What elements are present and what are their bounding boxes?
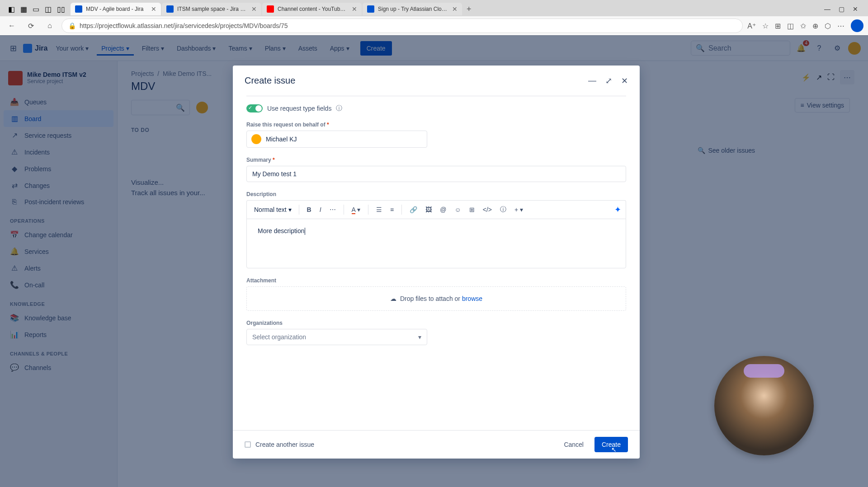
image-button[interactable]: 🖼 bbox=[422, 204, 435, 215]
breadcrumb-project[interactable]: Mike Demo ITS... bbox=[163, 70, 212, 77]
expand-modal-icon[interactable]: ⤢ bbox=[605, 76, 612, 86]
favorites-bar-icon[interactable]: ✩ bbox=[800, 22, 806, 30]
sidebar-item-on-call[interactable]: 📞On-call bbox=[4, 276, 113, 293]
automation-icon[interactable]: ⚡ bbox=[802, 73, 811, 82]
italic-button[interactable]: I bbox=[316, 204, 325, 215]
attachment-dropzone[interactable]: ☁ Drop files to attach or browse bbox=[246, 286, 626, 311]
profile-icon[interactable] bbox=[851, 19, 863, 32]
nav-apps[interactable]: Apps▾ bbox=[326, 41, 354, 56]
sidebar-item-reports[interactable]: 📊Reports bbox=[4, 326, 113, 343]
close-icon[interactable]: ✕ bbox=[251, 5, 257, 13]
breadcrumb-projects[interactable]: Projects bbox=[131, 70, 154, 77]
browser-tab-active[interactable]: MDV - Agile board - Jira ✕ bbox=[71, 3, 161, 15]
jira-logo[interactable]: Jira bbox=[23, 44, 47, 53]
vertical-tabs-icon[interactable]: ◫ bbox=[45, 5, 52, 14]
new-tab-button[interactable]: + bbox=[463, 3, 475, 16]
refresh-button[interactable]: ⟳ bbox=[24, 19, 38, 33]
sidebar-item-changes[interactable]: ⇄Changes bbox=[4, 177, 113, 194]
more-actions-button[interactable]: ⋯ bbox=[840, 70, 854, 84]
emoji-button[interactable]: ☺ bbox=[451, 204, 464, 215]
sidebar-item-board[interactable]: ▥Board bbox=[4, 110, 113, 127]
extension-icon[interactable]: ⬡ bbox=[825, 22, 831, 30]
request-type-toggle[interactable]: ✓ bbox=[246, 104, 263, 112]
sidebar-item-knowledge-base[interactable]: 📚Knowledge base bbox=[4, 309, 113, 326]
browser-tab[interactable]: Sign up - Try Atlassian Cloud | At ✕ bbox=[363, 3, 462, 15]
share-icon[interactable]: ↗ bbox=[816, 73, 822, 82]
close-icon[interactable]: ✕ bbox=[151, 5, 156, 13]
sidebar-item-channels[interactable]: 💬Channels bbox=[4, 359, 113, 376]
nav-plans[interactable]: Plans▾ bbox=[260, 41, 290, 56]
minimize-modal-icon[interactable]: — bbox=[588, 76, 596, 86]
assignee-avatar[interactable] bbox=[195, 101, 209, 114]
organizations-select[interactable]: Select organization ▾ bbox=[246, 329, 427, 345]
see-older-issues[interactable]: 🔍See older issues bbox=[698, 147, 755, 154]
read-aloud-icon[interactable]: A⁺ bbox=[747, 22, 756, 30]
bullet-list-button[interactable]: ☰ bbox=[373, 204, 385, 215]
create-another-checkbox[interactable] bbox=[245, 441, 251, 448]
cancel-button[interactable]: Cancel bbox=[558, 437, 589, 452]
url-input[interactable]: 🔒 https://projectflowuk.atlassian.net/ji… bbox=[61, 19, 743, 33]
notifications-button[interactable]: 🔔4 bbox=[794, 41, 808, 56]
search-input[interactable]: 🔍 Search bbox=[691, 41, 790, 56]
table-button[interactable]: ⊞ bbox=[466, 204, 478, 215]
bold-button[interactable]: B bbox=[304, 204, 315, 215]
sidebar-item-incidents[interactable]: ⚠Incidents bbox=[4, 144, 113, 160]
fullscreen-icon[interactable]: ⛶ bbox=[827, 73, 835, 81]
view-settings-button[interactable]: ≡View settings bbox=[795, 98, 850, 112]
collections-icon[interactable]: ⊕ bbox=[812, 22, 818, 30]
sidebar-item-service-requests[interactable]: ↗Service requests bbox=[4, 127, 113, 144]
split-screen-icon[interactable]: ◫ bbox=[787, 22, 794, 30]
sidebar-item-queues[interactable]: 📥Queues bbox=[4, 94, 113, 110]
info-panel-button[interactable]: ⓘ bbox=[497, 203, 509, 216]
mention-button[interactable]: @ bbox=[437, 204, 449, 215]
description-editor[interactable]: More description bbox=[246, 219, 626, 268]
tab-groups-icon[interactable]: ▯▯ bbox=[57, 5, 65, 14]
sidebar-item-post-incident[interactable]: ⎘Post-incident reviews bbox=[4, 194, 113, 210]
create-button[interactable]: Create bbox=[360, 41, 392, 56]
close-icon[interactable]: ✕ bbox=[352, 5, 357, 13]
nav-dashboards[interactable]: Dashboards▾ bbox=[172, 41, 221, 56]
behalf-field[interactable]: Michael KJ bbox=[246, 131, 427, 148]
board-search-input[interactable]: 🔍 bbox=[131, 100, 190, 115]
sidebar-item-services[interactable]: 🔔Services bbox=[4, 243, 113, 260]
browser-tab[interactable]: Channel content - YouTube Studio ✕ bbox=[262, 3, 362, 15]
text-style-dropdown[interactable]: Normal text▾ bbox=[251, 204, 294, 215]
user-avatar[interactable] bbox=[848, 42, 861, 55]
text-color-button[interactable]: A ▾ bbox=[349, 204, 363, 215]
create-submit-button[interactable]: Create↖ bbox=[594, 437, 628, 452]
create-another-row[interactable]: Create another issue bbox=[245, 441, 314, 448]
sidebar-item-problems[interactable]: ◆Problems bbox=[4, 160, 113, 177]
close-modal-icon[interactable]: ✕ bbox=[621, 76, 628, 86]
maximize-icon[interactable]: ▢ bbox=[839, 5, 844, 13]
minimize-icon[interactable]: — bbox=[824, 5, 830, 13]
browser-tab[interactable]: ITSM sample space - Jira Service ✕ bbox=[162, 3, 261, 15]
browse-link[interactable]: browse bbox=[462, 295, 482, 302]
edge-icon[interactable]: ◧ bbox=[8, 5, 15, 14]
workspace-icon[interactable]: ▦ bbox=[20, 5, 27, 14]
summary-input[interactable] bbox=[246, 166, 626, 182]
numbered-list-button[interactable]: ≡ bbox=[387, 204, 397, 215]
nav-teams[interactable]: Teams▾ bbox=[224, 41, 256, 56]
nav-assets[interactable]: Assets bbox=[294, 41, 322, 56]
insert-button[interactable]: + ▾ bbox=[511, 204, 526, 215]
ai-assist-icon[interactable]: ✦ bbox=[614, 205, 621, 215]
project-header[interactable]: Mike Demo ITSM v2 Service project bbox=[4, 68, 113, 94]
nav-filters[interactable]: Filters▾ bbox=[137, 41, 169, 56]
nav-projects[interactable]: Projects▾ bbox=[97, 41, 134, 56]
more-icon[interactable]: ⋯ bbox=[837, 22, 844, 30]
app-switcher-icon[interactable]: ⊞ bbox=[7, 41, 19, 56]
nav-your-work[interactable]: Your work▾ bbox=[51, 41, 93, 56]
help-button[interactable]: ? bbox=[812, 41, 826, 56]
close-window-icon[interactable]: ✕ bbox=[853, 5, 858, 13]
home-button[interactable]: ⌂ bbox=[42, 19, 57, 33]
sidebar-item-change-calendar[interactable]: 📅Change calendar bbox=[4, 226, 113, 243]
more-formatting-button[interactable]: ⋯ bbox=[326, 204, 339, 215]
code-button[interactable]: </> bbox=[480, 204, 495, 215]
tab-actions-icon[interactable]: ▭ bbox=[33, 5, 39, 14]
settings-button[interactable]: ⚙ bbox=[830, 41, 844, 56]
extensions-icon[interactable]: ⊞ bbox=[775, 22, 781, 30]
back-button[interactable]: ← bbox=[5, 19, 19, 33]
close-icon[interactable]: ✕ bbox=[452, 5, 458, 13]
link-button[interactable]: 🔗 bbox=[406, 204, 420, 215]
sidebar-item-alerts[interactable]: ⚠Alerts bbox=[4, 260, 113, 276]
